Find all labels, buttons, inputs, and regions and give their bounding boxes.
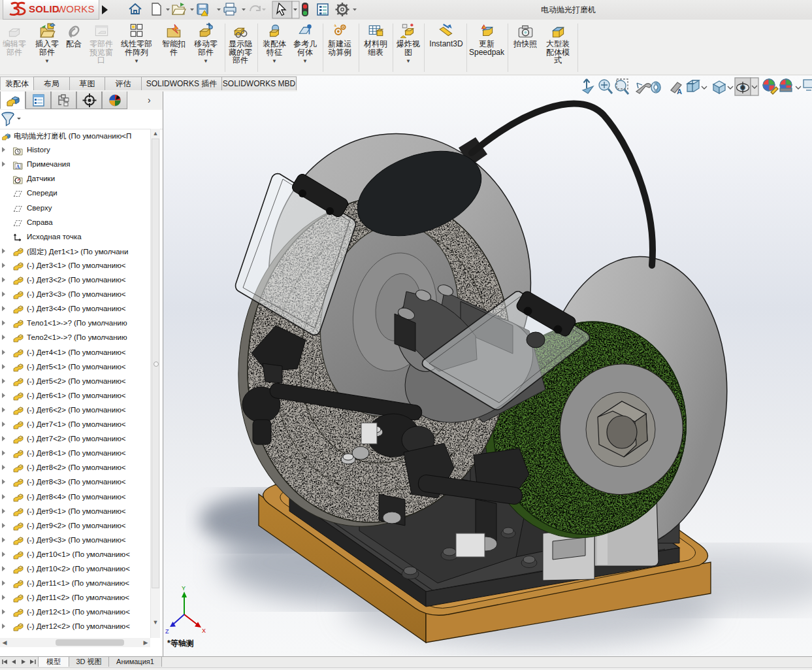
svg-text:A: A: [16, 164, 20, 170]
svg-text:*等轴测: *等轴测: [167, 639, 194, 648]
svg-text:SOLID: SOLID: [29, 3, 59, 14]
svg-text:!: !: [482, 25, 483, 30]
svg-text:WORKS: WORKS: [57, 3, 95, 14]
svg-text:X: X: [202, 628, 206, 634]
svg-text:A: A: [677, 88, 682, 95]
svg-text:Y: Y: [182, 585, 186, 592]
svg-text:Z: Z: [165, 628, 169, 635]
